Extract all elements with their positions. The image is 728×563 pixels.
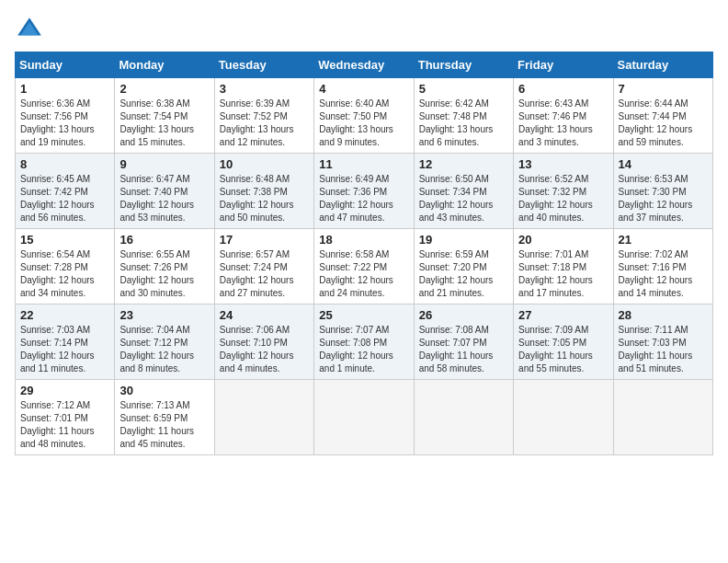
day-info: Sunrise: 6:55 AMSunset: 7:26 PMDaylight:… (119, 248, 209, 300)
day-info: Sunrise: 7:03 AMSunset: 7:14 PMDaylight:… (20, 324, 109, 375)
day-number: 16 (119, 233, 209, 247)
day-number: 10 (220, 157, 309, 171)
day-number: 5 (419, 82, 508, 96)
day-number: 19 (419, 233, 508, 247)
day-number: 14 (619, 157, 708, 171)
calendar-day-26: 26Sunrise: 7:08 AMSunset: 7:07 PMDayligh… (414, 304, 513, 380)
day-info: Sunrise: 7:06 AMSunset: 7:10 PMDaylight:… (220, 324, 309, 375)
day-info: Sunrise: 6:40 AMSunset: 7:50 PMDaylight:… (319, 98, 408, 149)
calendar-week-row: 29Sunrise: 7:12 AMSunset: 7:01 PMDayligh… (16, 380, 713, 455)
day-info: Sunrise: 7:01 AMSunset: 7:18 PMDaylight:… (518, 248, 608, 300)
calendar-empty-cell (214, 380, 313, 455)
day-number: 18 (319, 233, 408, 247)
day-number: 2 (119, 82, 209, 96)
day-info: Sunrise: 6:38 AMSunset: 7:54 PMDaylight:… (119, 98, 209, 149)
calendar-week-row: 8Sunrise: 6:45 AMSunset: 7:42 PMDaylight… (16, 154, 713, 229)
day-number: 8 (20, 157, 109, 171)
day-number: 25 (319, 308, 408, 322)
calendar-week-row: 15Sunrise: 6:54 AMSunset: 7:28 PMDayligh… (16, 229, 713, 304)
day-number: 13 (518, 157, 608, 171)
day-number: 26 (419, 308, 508, 322)
calendar-empty-cell (613, 380, 712, 455)
day-info: Sunrise: 6:49 AMSunset: 7:36 PMDaylight:… (319, 173, 408, 224)
day-info: Sunrise: 7:13 AMSunset: 6:59 PMDaylight:… (119, 399, 209, 451)
calendar-day-12: 12Sunrise: 6:50 AMSunset: 7:34 PMDayligh… (414, 154, 513, 229)
day-info: Sunrise: 6:53 AMSunset: 7:30 PMDaylight:… (619, 173, 708, 224)
day-info: Sunrise: 7:04 AMSunset: 7:12 PMDaylight:… (119, 324, 209, 375)
day-number: 1 (20, 82, 109, 96)
day-info: Sunrise: 7:12 AMSunset: 7:01 PMDaylight:… (20, 399, 109, 451)
day-info: Sunrise: 7:02 AMSunset: 7:16 PMDaylight:… (619, 248, 708, 300)
day-number: 27 (518, 308, 608, 322)
day-info: Sunrise: 6:54 AMSunset: 7:28 PMDaylight:… (20, 248, 109, 300)
day-info: Sunrise: 6:48 AMSunset: 7:38 PMDaylight:… (220, 173, 309, 224)
calendar-day-11: 11Sunrise: 6:49 AMSunset: 7:36 PMDayligh… (314, 154, 414, 229)
day-info: Sunrise: 6:57 AMSunset: 7:24 PMDaylight:… (220, 248, 309, 300)
calendar-week-row: 22Sunrise: 7:03 AMSunset: 7:14 PMDayligh… (16, 304, 713, 380)
logo-icon (15, 15, 44, 44)
column-header-thursday: Thursday (414, 52, 513, 78)
day-info: Sunrise: 7:07 AMSunset: 7:08 PMDaylight:… (319, 324, 408, 375)
day-number: 29 (20, 384, 109, 397)
day-number: 9 (119, 157, 209, 171)
calendar-day-9: 9Sunrise: 6:47 AMSunset: 7:40 PMDaylight… (115, 154, 214, 229)
day-number: 11 (319, 157, 408, 171)
day-number: 21 (619, 233, 708, 247)
calendar-day-5: 5Sunrise: 6:42 AMSunset: 7:48 PMDaylight… (414, 78, 513, 154)
column-header-wednesday: Wednesday (314, 52, 414, 78)
day-number: 28 (619, 308, 708, 322)
day-number: 4 (319, 82, 408, 96)
column-header-tuesday: Tuesday (214, 52, 313, 78)
day-info: Sunrise: 6:47 AMSunset: 7:40 PMDaylight:… (119, 173, 209, 224)
calendar-day-23: 23Sunrise: 7:04 AMSunset: 7:12 PMDayligh… (115, 304, 214, 380)
day-number: 17 (220, 233, 309, 247)
calendar-day-7: 7Sunrise: 6:44 AMSunset: 7:44 PMDaylight… (613, 78, 712, 154)
column-header-friday: Friday (514, 52, 613, 78)
calendar-day-17: 17Sunrise: 6:57 AMSunset: 7:24 PMDayligh… (214, 229, 313, 304)
calendar-day-6: 6Sunrise: 6:43 AMSunset: 7:46 PMDaylight… (514, 78, 613, 154)
day-info: Sunrise: 6:44 AMSunset: 7:44 PMDaylight:… (619, 98, 708, 149)
calendar-day-30: 30Sunrise: 7:13 AMSunset: 6:59 PMDayligh… (115, 380, 214, 455)
calendar-day-8: 8Sunrise: 6:45 AMSunset: 7:42 PMDaylight… (16, 154, 115, 229)
day-info: Sunrise: 6:59 AMSunset: 7:20 PMDaylight:… (419, 248, 508, 300)
logo (15, 15, 48, 44)
calendar-day-19: 19Sunrise: 6:59 AMSunset: 7:20 PMDayligh… (414, 229, 513, 304)
calendar-empty-cell (514, 380, 613, 455)
day-info: Sunrise: 6:36 AMSunset: 7:56 PMDaylight:… (20, 98, 109, 149)
day-info: Sunrise: 6:58 AMSunset: 7:22 PMDaylight:… (319, 248, 408, 300)
calendar-day-13: 13Sunrise: 6:52 AMSunset: 7:32 PMDayligh… (514, 154, 613, 229)
calendar-day-3: 3Sunrise: 6:39 AMSunset: 7:52 PMDaylight… (214, 78, 313, 154)
day-number: 24 (220, 308, 309, 322)
day-number: 23 (119, 308, 209, 322)
column-header-monday: Monday (115, 52, 214, 78)
calendar-header-row: SundayMondayTuesdayWednesdayThursdayFrid… (16, 52, 713, 78)
calendar-day-28: 28Sunrise: 7:11 AMSunset: 7:03 PMDayligh… (613, 304, 712, 380)
calendar-week-row: 1Sunrise: 6:36 AMSunset: 7:56 PMDaylight… (16, 78, 713, 154)
day-number: 12 (419, 157, 508, 171)
calendar-day-21: 21Sunrise: 7:02 AMSunset: 7:16 PMDayligh… (613, 229, 712, 304)
calendar-day-20: 20Sunrise: 7:01 AMSunset: 7:18 PMDayligh… (514, 229, 613, 304)
day-info: Sunrise: 6:52 AMSunset: 7:32 PMDaylight:… (518, 173, 608, 224)
calendar-day-24: 24Sunrise: 7:06 AMSunset: 7:10 PMDayligh… (214, 304, 313, 380)
day-number: 6 (518, 82, 608, 96)
calendar-day-25: 25Sunrise: 7:07 AMSunset: 7:08 PMDayligh… (314, 304, 414, 380)
day-info: Sunrise: 6:43 AMSunset: 7:46 PMDaylight:… (518, 98, 608, 149)
day-info: Sunrise: 6:42 AMSunset: 7:48 PMDaylight:… (419, 98, 508, 149)
day-number: 7 (619, 82, 708, 96)
day-info: Sunrise: 7:09 AMSunset: 7:05 PMDaylight:… (518, 324, 608, 375)
calendar-day-22: 22Sunrise: 7:03 AMSunset: 7:14 PMDayligh… (16, 304, 115, 380)
day-number: 20 (518, 233, 608, 247)
day-number: 22 (20, 308, 109, 322)
calendar-day-16: 16Sunrise: 6:55 AMSunset: 7:26 PMDayligh… (115, 229, 214, 304)
calendar-day-2: 2Sunrise: 6:38 AMSunset: 7:54 PMDaylight… (115, 78, 214, 154)
calendar-table: SundayMondayTuesdayWednesdayThursdayFrid… (15, 52, 713, 455)
day-info: Sunrise: 7:08 AMSunset: 7:07 PMDaylight:… (419, 324, 508, 375)
day-number: 30 (119, 384, 209, 397)
day-info: Sunrise: 6:50 AMSunset: 7:34 PMDaylight:… (419, 173, 508, 224)
page-header (15, 15, 713, 44)
calendar-day-27: 27Sunrise: 7:09 AMSunset: 7:05 PMDayligh… (514, 304, 613, 380)
calendar-day-18: 18Sunrise: 6:58 AMSunset: 7:22 PMDayligh… (314, 229, 414, 304)
calendar-day-1: 1Sunrise: 6:36 AMSunset: 7:56 PMDaylight… (16, 78, 115, 154)
column-header-sunday: Sunday (16, 52, 115, 78)
calendar-day-14: 14Sunrise: 6:53 AMSunset: 7:30 PMDayligh… (613, 154, 712, 229)
